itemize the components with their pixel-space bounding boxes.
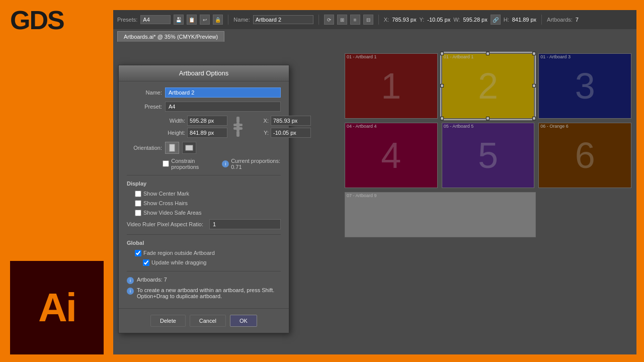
dialog-title: Artboard Options [119, 65, 289, 81]
name-label: Name: [233, 17, 250, 23]
name-field[interactable] [165, 87, 281, 98]
toolbar-sep-4 [541, 15, 542, 25]
show-cross-checkbox[interactable] [135, 200, 141, 207]
divider-3 [127, 271, 281, 272]
toolbar-sep-1 [228, 15, 228, 25]
lock-icon-btn[interactable]: 🔒 [213, 15, 223, 25]
wh-group: Width: Height: [165, 116, 227, 138]
delete-button[interactable]: Delete [150, 315, 186, 327]
svg-rect-1 [236, 131, 239, 137]
name-row: Name: [127, 87, 281, 98]
orientation-row: Orientation: [127, 142, 281, 154]
x-label: X: [384, 17, 389, 23]
constrain-label[interactable]: Constrain proportions [163, 158, 214, 170]
y-row: Y: [249, 128, 311, 138]
dialog-footer: Delete Cancel OK [119, 308, 289, 333]
name-input[interactable] [253, 15, 313, 24]
nav-icon-btn[interactable]: ↩ [200, 15, 210, 25]
dist-icon-btn[interactable]: ⊟ [363, 15, 373, 25]
orientation-buttons [165, 142, 196, 154]
show-center-row: Show Center Mark [127, 191, 281, 197]
portrait-btn[interactable] [165, 142, 179, 154]
presets-dropdown[interactable]: A4 [140, 15, 171, 24]
y-label: Y: [420, 17, 425, 23]
show-center-checkbox[interactable] [135, 191, 141, 197]
tab-main[interactable]: Artboards.ai* @ 35% (CMYK/Preview) [117, 31, 224, 42]
y-field-label: Y: [249, 130, 269, 136]
artboards-count-row: i Artboards: 7 [127, 277, 281, 284]
app-area: Presets: A4 💾 📋 ↩ 🔒 Name: ⟳ ⊞ ≡ ⊟ X: 785… [113, 10, 636, 354]
artboard-options-dialog: Artboard Options Name: Preset: A4 [118, 65, 289, 333]
content-area: 01 - Artboard 1 1 01 - Artboard 1 2 [113, 43, 636, 354]
cancel-button[interactable]: Cancel [190, 315, 226, 327]
fade-region-label[interactable]: Fade region outside Artboard [135, 250, 215, 256]
show-cross-label[interactable]: Show Cross Hairs [135, 200, 188, 207]
toolbar: Presets: A4 💾 📋 ↩ 🔒 Name: ⟳ ⊞ ≡ ⊟ X: 785… [113, 10, 636, 29]
grid-icon-btn[interactable]: ⊞ [337, 15, 347, 25]
ai-logo: Ai [10, 261, 104, 354]
show-cross-row: Show Cross Hairs [127, 200, 281, 207]
video-ruler-input[interactable] [209, 219, 281, 229]
save-icon-btn[interactable]: 💾 [174, 15, 184, 25]
update-drag-checkbox[interactable] [143, 259, 149, 266]
tip-row: i To create a new artboard within an art… [127, 287, 281, 299]
w-value: 595.28 px [463, 17, 487, 23]
display-section-title: Display [127, 180, 281, 187]
ai-logo-text: Ai [38, 285, 75, 331]
h-label: H: [504, 17, 509, 23]
dialog-overlay: Artboard Options Name: Preset: A4 [113, 43, 636, 354]
constrain-checkbox[interactable] [163, 160, 169, 167]
svg-rect-0 [236, 117, 239, 123]
update-drag-label[interactable]: Update while dragging [143, 259, 206, 266]
width-row: Width: [165, 116, 227, 126]
dimensions-group: Width: Height: [165, 116, 311, 138]
artboards-value: 7 [576, 17, 579, 23]
orientation-label: Orientation: [127, 145, 162, 151]
dimensions-row: Width: Height: [127, 116, 281, 138]
xy-group: X: Y: [249, 116, 311, 138]
landscape-icon [185, 145, 193, 151]
video-ruler-row: Video Ruler Pixel Aspect Ratio: [127, 219, 281, 229]
name-field-label: Name: [127, 89, 162, 96]
preset-row: Preset: A4 [127, 102, 281, 112]
y-input[interactable] [271, 128, 311, 138]
toolbar-sep-3 [378, 15, 379, 25]
fade-region-checkbox[interactable] [135, 250, 141, 256]
info-icon-artboards: i [127, 277, 134, 284]
artboards-label: Artboards: [547, 17, 573, 23]
height-label: Height: [165, 130, 185, 136]
info-icon-proportions: i [222, 160, 229, 167]
w-label: W: [453, 17, 460, 23]
preset-field-label: Preset: [127, 104, 162, 110]
align-icon-btn[interactable]: ≡ [350, 15, 360, 25]
save2-icon-btn[interactable]: 📋 [187, 15, 197, 25]
fade-region-row: Fade region outside Artboard [127, 250, 281, 256]
x-input[interactable] [271, 116, 311, 126]
show-video-label[interactable]: Show Video Safe Areas [135, 210, 201, 216]
video-ruler-label: Video Ruler Pixel Aspect Ratio: [127, 221, 203, 227]
height-row: Height: [165, 128, 227, 138]
width-label: Width: [165, 118, 185, 124]
width-input[interactable] [187, 116, 227, 126]
svg-rect-6 [186, 145, 193, 150]
show-video-checkbox[interactable] [135, 210, 141, 216]
gds-logo: GDS. [10, 5, 70, 35]
update-drag-row: Update while dragging [135, 259, 281, 266]
ok-button[interactable]: OK [230, 315, 257, 327]
info-icon-tip: i [127, 288, 134, 295]
show-center-label[interactable]: Show Center Mark [135, 191, 189, 197]
show-video-row: Show Video Safe Areas [127, 210, 281, 216]
dialog-body: Name: Preset: A4 [119, 81, 289, 308]
landscape-btn[interactable] [182, 142, 196, 154]
divider-2 [127, 234, 281, 235]
x-value: 785.93 px [392, 17, 416, 23]
height-input[interactable] [187, 128, 227, 138]
transform-icon-btn[interactable]: ⟳ [324, 15, 334, 25]
global-section-title: Global [127, 240, 281, 246]
proportions-info: i Current proportions: 0.71 [222, 158, 281, 170]
link-icon-btn[interactable]: 🔗 [491, 15, 501, 25]
preset-select[interactable]: A4 [165, 102, 281, 112]
portrait-icon [169, 144, 175, 152]
divider-1 [127, 175, 281, 175]
presets-label: Presets: [117, 17, 137, 23]
